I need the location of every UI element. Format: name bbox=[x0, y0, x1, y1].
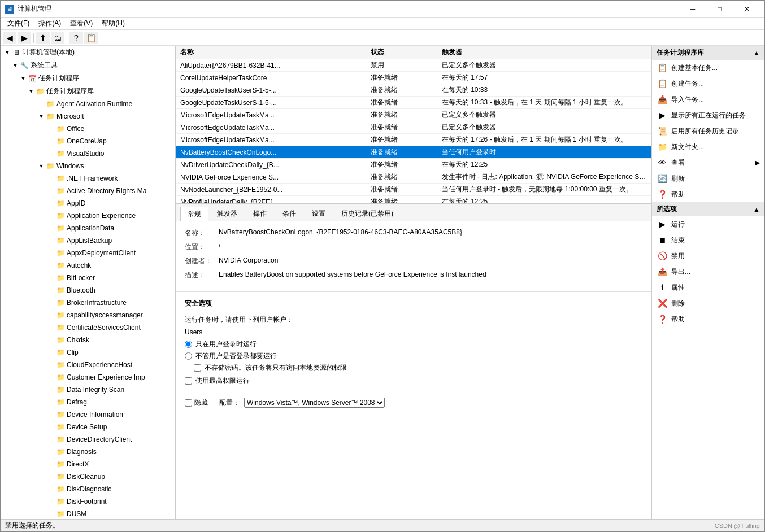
radio-logged-on[interactable] bbox=[185, 341, 192, 348]
tree-item-diskcleanup[interactable]: 📁 DiskCleanup bbox=[1, 470, 175, 483]
ops-item[interactable]: ℹ属性 bbox=[652, 280, 764, 295]
tree-item-devdir[interactable]: 📁 DeviceDirectoryClient bbox=[1, 433, 175, 446]
forward-button[interactable]: ▶ bbox=[18, 32, 31, 44]
tree-item-dusm[interactable]: 📁 DUSM bbox=[1, 508, 175, 519]
tree-item-app-experience[interactable]: 📁 Application Experience bbox=[1, 210, 175, 222]
tree-item-task-scheduler[interactable]: ▼ 📅 任务计划程序 bbox=[1, 72, 175, 85]
tree-item-diagnosis[interactable]: 📁 Diagnosis bbox=[1, 446, 175, 458]
ops-item[interactable]: ❓帮助 bbox=[652, 186, 764, 202]
ops-item[interactable]: 📥导入任务... bbox=[652, 91, 764, 107]
ops-item[interactable]: 📤导出... bbox=[652, 264, 764, 280]
table-row[interactable]: NvNodeLauncher_{B2FE1952-0...准备就绪当任何用户登录… bbox=[176, 184, 651, 196]
maximize-button[interactable]: □ bbox=[707, 1, 733, 18]
tab-general[interactable]: 常规 bbox=[180, 207, 208, 221]
ops-item[interactable]: ❓帮助 bbox=[652, 311, 764, 327]
table-row[interactable]: NvBatteryBoostCheckOnLogo...准备就绪当任何用户登录时 bbox=[176, 146, 651, 159]
desc-label: 描述： bbox=[185, 271, 219, 280]
tree-item-capability[interactable]: 📁 capabilityaccessmanager bbox=[1, 309, 175, 321]
tree-item-autochk[interactable]: 📁 Autochk bbox=[1, 259, 175, 272]
tree-item-appdata[interactable]: 📁 ApplicationData bbox=[1, 222, 175, 234]
tree-item-appxdeployment[interactable]: 📁 AppxDeploymentClient bbox=[1, 247, 175, 259]
tree-item-dotnet[interactable]: 📁 .NET Framework bbox=[1, 172, 175, 185]
tree-item-windows[interactable]: ▼ 📁 Windows bbox=[1, 160, 175, 172]
tree-item-system-tools[interactable]: ▼ 🔧 系统工具 bbox=[1, 59, 175, 72]
col-header-status[interactable]: 状态 bbox=[366, 46, 437, 59]
tree-item-onecoreuap[interactable]: 📁 OneCoreUap bbox=[1, 135, 175, 147]
tree-item-visualstudio[interactable]: 📁 VisualStudio bbox=[1, 147, 175, 160]
menu-action[interactable]: 操作(A) bbox=[34, 18, 66, 29]
show-hide-button[interactable]: 🗂 bbox=[51, 32, 64, 44]
up-button[interactable]: ⬆ bbox=[36, 32, 50, 44]
tree-item-task-library[interactable]: ▼ 📁 任务计划程序库 bbox=[1, 85, 175, 98]
table-row[interactable]: NvDriverUpdateCheckDaily_{B...准备就绪在每天的 1… bbox=[176, 159, 651, 171]
tree-item-agent[interactable]: 📁 Agent Activation Runtime bbox=[1, 98, 175, 110]
tree-item-diskdiag[interactable]: 📁 DiskDiagnostic bbox=[1, 483, 175, 495]
table-row[interactable]: AliUpdater{A2679BB1-632B-41...禁用已定义多个触发器 bbox=[176, 59, 651, 72]
ops-section-title-2[interactable]: 所选项 ▲ bbox=[652, 202, 764, 216]
ops-item[interactable]: 👁查看▶ bbox=[652, 155, 764, 171]
tree-item-clip[interactable]: 📁 Clip bbox=[1, 346, 175, 359]
checkbox-no-store[interactable] bbox=[194, 364, 201, 372]
tab-triggers[interactable]: 触发器 bbox=[210, 206, 245, 221]
tree-item-cert[interactable]: 📁 CertificateServicesClient bbox=[1, 321, 175, 334]
tree-item-active-directory[interactable]: 📁 Active Directory Rights Ma bbox=[1, 185, 175, 197]
tree-item-device-setup[interactable]: 📁 Device Setup bbox=[1, 421, 175, 433]
table-row[interactable]: GoogleUpdateTaskUserS-1-5-...准备就绪在每天的 10… bbox=[176, 97, 651, 109]
table-row[interactable]: MicrosoftEdgeUpdateTaskMa...准备就绪已定义多个触发器 bbox=[176, 109, 651, 121]
menu-help[interactable]: 帮助(H) bbox=[97, 18, 129, 29]
col-header-trigger[interactable]: 触发器 bbox=[437, 46, 651, 59]
tree-item-microsoft[interactable]: ▼ 📁 Microsoft bbox=[1, 110, 175, 123]
ops-item[interactable]: ⏹结束 bbox=[652, 232, 764, 248]
col-header-name[interactable]: 名称 bbox=[176, 46, 366, 59]
radio-regardless[interactable] bbox=[185, 352, 192, 360]
ops-item[interactable]: 📋创建基本任务... bbox=[652, 60, 764, 76]
expand-icon-dx bbox=[47, 460, 56, 469]
tab-history[interactable]: 历史记录(已禁用) bbox=[334, 206, 401, 221]
tree-item-device-info[interactable]: 📁 Device Information bbox=[1, 408, 175, 421]
table-row[interactable]: CorelUpdateHelperTaskCore准备就绪在每天的 17:57 bbox=[176, 72, 651, 84]
menu-view[interactable]: 查看(V) bbox=[66, 18, 97, 29]
tree-item-bluetooth[interactable]: 📁 Bluetooth bbox=[1, 284, 175, 296]
checkbox-highest-priv[interactable] bbox=[185, 377, 192, 385]
tree-item-customer[interactable]: 📁 Customer Experience Imp bbox=[1, 371, 175, 383]
table-row[interactable]: NvProfileUpdaterDaily_{B2FE1...准备就绪在每天的 … bbox=[176, 196, 651, 204]
expand-icon-diskdiag bbox=[47, 485, 56, 494]
tree-item-appid[interactable]: 📁 AppID bbox=[1, 197, 175, 210]
hidden-checkbox[interactable] bbox=[185, 399, 192, 407]
tree-item-diskfootprint[interactable]: 📁 DiskFootprint bbox=[1, 495, 175, 508]
extra-button[interactable]: 📋 bbox=[84, 32, 98, 44]
tree-item-directx[interactable]: 📁 DirectX bbox=[1, 458, 175, 470]
tree-item-office[interactable]: 📁 Office bbox=[1, 123, 175, 135]
ops-item[interactable]: ▶运行 bbox=[652, 216, 764, 232]
table-row[interactable]: GoogleUpdateTaskUserS-1-5-...准备就绪在每天的 10… bbox=[176, 84, 651, 97]
table-row[interactable]: MicrosoftEdgeUpdateTaskMa...准备就绪在每天的 17:… bbox=[176, 134, 651, 146]
back-button[interactable]: ◀ bbox=[3, 32, 16, 44]
tree-item-root[interactable]: ▼ 🖥 计算机管理(本地) bbox=[1, 46, 175, 59]
tree-item-bitlocker[interactable]: 📁 BitLocker bbox=[1, 272, 175, 284]
ops-item[interactable]: ▶显示所有正在运行的任务 bbox=[652, 107, 764, 123]
config-select[interactable]: Windows Vista™, Windows Server™ 2008 bbox=[244, 398, 385, 408]
tree-item-chkdsk[interactable]: 📁 Chkdsk bbox=[1, 334, 175, 346]
menu-file[interactable]: 文件(F) bbox=[3, 18, 34, 29]
tree-item-broker[interactable]: 📁 BrokerInfrastructure bbox=[1, 296, 175, 309]
ops-item[interactable]: 📁新文件夹... bbox=[652, 139, 764, 155]
help-toolbar-button[interactable]: ? bbox=[69, 32, 83, 44]
ops-item[interactable]: 🔄刷新 bbox=[652, 171, 764, 186]
table-row[interactable]: MicrosoftEdgeUpdateTaskMa...准备就绪已定义多个触发器 bbox=[176, 121, 651, 134]
ops-item[interactable]: 🚫禁用 bbox=[652, 248, 764, 264]
ops-item[interactable]: 📜启用所有任务历史记录 bbox=[652, 123, 764, 139]
tree-item-defrag[interactable]: 📁 Defrag bbox=[1, 396, 175, 408]
ops-item[interactable]: 📋创建任务... bbox=[652, 76, 764, 91]
tree-item-cloud[interactable]: 📁 CloudExperienceHost bbox=[1, 359, 175, 371]
appexp-label: Application Experience bbox=[67, 212, 136, 220]
tab-actions[interactable]: 操作 bbox=[246, 206, 274, 221]
tree-item-applistbackup[interactable]: 📁 AppListBackup bbox=[1, 234, 175, 247]
tab-conditions[interactable]: 条件 bbox=[275, 206, 303, 221]
tree-item-data-integrity[interactable]: 📁 Data Integrity Scan bbox=[1, 383, 175, 396]
table-row[interactable]: NVIDIA GeForce Experience S...准备就绪发生事件时 … bbox=[176, 171, 651, 184]
minimize-button[interactable]: ─ bbox=[680, 1, 706, 18]
ops-section-title-1[interactable]: 任务计划程序库 ▲ bbox=[652, 46, 764, 60]
ops-item[interactable]: ❌删除 bbox=[652, 295, 764, 311]
tab-settings[interactable]: 设置 bbox=[305, 206, 333, 221]
close-button[interactable]: ✕ bbox=[734, 1, 760, 18]
